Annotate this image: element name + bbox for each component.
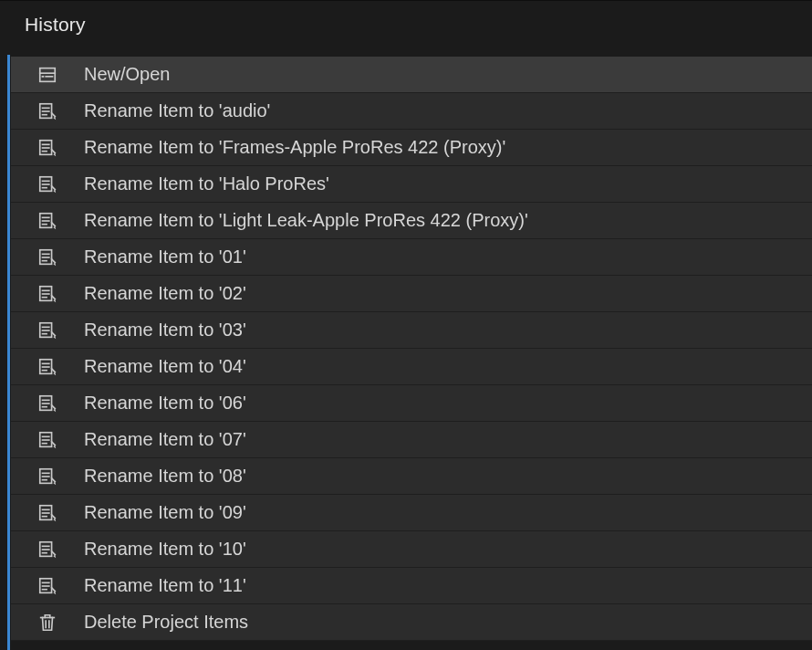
history-item-label: Rename Item to '08' (84, 466, 246, 487)
history-item-label: Rename Item to '04' (84, 356, 246, 377)
history-item-label: Rename Item to '09' (84, 502, 246, 523)
history-item-label: Rename Item to 'Halo ProRes' (84, 173, 329, 194)
history-item[interactable]: Rename Item to '07' (11, 422, 812, 458)
history-item[interactable]: Rename Item to 'audio' (11, 93, 812, 130)
rename-icon (11, 467, 84, 487)
rename-icon (11, 101, 84, 121)
history-item-label: Rename Item to '06' (84, 393, 246, 414)
history-item-label: Rename Item to '02' (84, 283, 246, 304)
history-item[interactable]: Rename Item to 'Frames-Apple ProRes 422 … (11, 130, 812, 166)
history-item-label: Rename Item to 'Light Leak-Apple ProRes … (84, 210, 528, 231)
rename-icon (11, 247, 84, 267)
history-item[interactable]: Rename Item to '09' (11, 495, 812, 531)
history-item[interactable]: Rename Item to '08' (11, 458, 812, 495)
history-indicator-stripe (7, 55, 10, 650)
rename-icon (11, 540, 84, 560)
panel-title: History (25, 14, 86, 36)
svg-rect-2 (42, 75, 45, 77)
history-item[interactable]: Rename Item to '04' (11, 349, 812, 385)
rename-icon (11, 320, 84, 341)
rename-icon (11, 174, 84, 194)
history-item[interactable]: Rename Item to 'Halo ProRes' (11, 166, 812, 203)
rename-icon (11, 138, 84, 158)
history-list: New/Open Rename Item to 'audio' (11, 57, 812, 650)
history-item-label: Rename Item to '03' (84, 320, 246, 341)
history-item[interactable]: New/Open (11, 57, 812, 93)
rename-icon (11, 430, 84, 450)
history-item[interactable]: Rename Item to '03' (11, 312, 812, 349)
history-item-label: Rename Item to 'audio' (84, 100, 270, 121)
history-item[interactable]: Rename Item to '10' (11, 531, 812, 568)
history-item-label: Rename Item to 'Frames-Apple ProRes 422 … (84, 137, 505, 158)
history-item[interactable]: Rename Item to '01' (11, 239, 812, 276)
rename-icon (11, 357, 84, 377)
rename-icon (11, 211, 84, 231)
history-item-label: Delete Project Items (84, 612, 248, 633)
history-item-label: Rename Item to '01' (84, 246, 246, 267)
history-item-label: New/Open (84, 64, 171, 85)
trash-icon (11, 613, 84, 633)
history-item-label: Rename Item to '10' (84, 539, 246, 560)
history-item[interactable]: Rename Item to '02' (11, 276, 812, 312)
history-item[interactable]: Rename Item to 'Light Leak-Apple ProRes … (11, 203, 812, 239)
history-item-label: Rename Item to '11' (84, 575, 246, 596)
history-panel: History New/Open (0, 0, 812, 650)
svg-rect-0 (40, 68, 56, 81)
rename-icon (11, 284, 84, 304)
new-open-icon (11, 65, 84, 85)
rename-icon (11, 393, 84, 414)
history-scroll-area: New/Open Rename Item to 'audio' (7, 55, 812, 650)
rename-icon (11, 576, 84, 596)
rename-icon (11, 503, 84, 523)
history-item[interactable]: Rename Item to '11' (11, 568, 812, 604)
history-item-label: Rename Item to '07' (84, 429, 246, 450)
history-item[interactable]: Rename Item to '06' (11, 385, 812, 422)
history-item[interactable]: Delete Project Items (11, 604, 812, 641)
